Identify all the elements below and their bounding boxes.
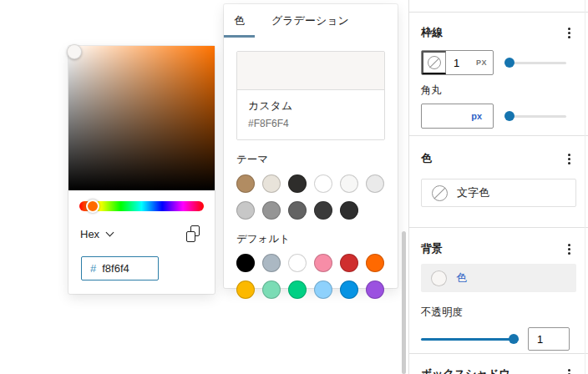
tab-color[interactable]: 色 — [224, 4, 255, 38]
color-swatch[interactable] — [366, 174, 384, 193]
hue-slider[interactable] — [79, 201, 204, 211]
border-title: 枠線 — [421, 25, 443, 40]
color-swatch[interactable] — [366, 280, 384, 299]
block-settings-sidebar: 枠線 PX 角丸 px — [408, 0, 588, 374]
section-background: 背景 色 不透明度 — [409, 228, 588, 354]
swatch-row — [236, 174, 385, 193]
hex-prefix: # — [90, 262, 96, 275]
radius-label: 角丸 — [421, 83, 576, 98]
hue-slider-handle[interactable] — [86, 200, 99, 213]
color-format-select[interactable]: Hex — [80, 228, 99, 240]
color-swatch[interactable] — [314, 174, 332, 193]
color-swatch[interactable] — [288, 280, 307, 299]
saturation-brightness-area[interactable] — [68, 46, 215, 190]
color-swatch[interactable] — [236, 280, 255, 299]
border-color-button[interactable] — [422, 51, 446, 74]
radius-input[interactable]: px — [421, 104, 494, 129]
theme-palette-label: テーマ — [236, 153, 385, 167]
no-color-icon — [432, 185, 448, 201]
opacity-row — [421, 327, 576, 351]
swatch-row — [236, 201, 385, 220]
color-swatch[interactable] — [236, 174, 255, 193]
copy-color-button[interactable] — [185, 225, 201, 242]
color-swatch[interactable] — [340, 280, 358, 299]
background-heading-row: 背景 — [421, 241, 576, 256]
color-title: 色 — [421, 151, 432, 166]
default-palette-label: デフォルト — [236, 232, 385, 246]
border-width-row: PX — [421, 50, 576, 75]
background-options-kebab-icon[interactable] — [561, 241, 576, 256]
color-format-row: Hex — [80, 225, 201, 242]
custom-color-swatch[interactable] — [237, 52, 384, 90]
border-width-unit-select[interactable]: PX — [476, 58, 487, 67]
custom-color-label: カスタム — [248, 99, 373, 114]
box-shadow-heading-row: ボックスシャドウ — [421, 366, 576, 374]
color-panel-tabs: 色 グラデーション — [224, 4, 398, 38]
no-color-icon — [428, 56, 441, 69]
custom-color-picker-popover: Hex # — [68, 46, 215, 294]
slider-thumb[interactable] — [504, 58, 514, 68]
swatch-row — [236, 280, 385, 299]
custom-color-value: #F8F6F4 — [248, 118, 373, 129]
radius-unit-select[interactable]: px — [471, 111, 482, 121]
slider-track-filled — [421, 338, 519, 341]
section-border: 枠線 PX 角丸 px — [409, 13, 588, 136]
background-title: 背景 — [421, 241, 443, 256]
color-swatch[interactable] — [366, 254, 384, 272]
color-swatch[interactable] — [288, 201, 307, 220]
swatch-row — [236, 254, 385, 272]
color-swatch[interactable] — [340, 201, 358, 220]
background-color-swatch — [431, 270, 447, 286]
color-heading-row: 色 — [421, 151, 576, 166]
box-shadow-title: ボックスシャドウ — [421, 366, 509, 374]
color-swatch[interactable] — [288, 254, 307, 272]
opacity-slider[interactable] — [421, 334, 519, 344]
color-swatch[interactable] — [314, 254, 332, 272]
color-swatch[interactable] — [314, 280, 332, 299]
color-swatch[interactable] — [262, 201, 281, 220]
sidebar-top-divider — [409, 0, 588, 13]
color-swatch[interactable] — [236, 254, 255, 272]
border-width-control: PX — [421, 50, 494, 75]
slider-thumb[interactable] — [509, 334, 519, 344]
box-shadow-options-kebab-icon[interactable] — [561, 366, 576, 374]
border-options-kebab-icon[interactable] — [561, 25, 576, 40]
opacity-input[interactable] — [528, 327, 570, 351]
chevron-down-icon[interactable] — [106, 228, 114, 236]
section-color: 色 文字色 — [409, 136, 588, 228]
border-width-slider[interactable] — [504, 58, 566, 68]
color-swatch[interactable] — [288, 174, 307, 193]
canvas-scrollbar-thumb[interactable] — [402, 231, 406, 374]
color-swatch[interactable] — [340, 174, 358, 193]
color-swatch[interactable] — [262, 174, 281, 193]
background-color-button[interactable]: 色 — [421, 264, 576, 292]
color-swatch[interactable] — [236, 201, 255, 220]
window-edge-line — [585, 0, 585, 374]
color-panel-popover: 色 グラデーション カスタム #F8F6F4 テーマ デフォルト — [224, 4, 398, 288]
tab-color-label: 色 — [234, 13, 245, 28]
border-width-input[interactable] — [446, 57, 469, 69]
hex-input-field[interactable]: # — [81, 256, 159, 280]
copy-icon — [186, 231, 195, 242]
tab-gradient[interactable]: グラデーション — [261, 4, 359, 38]
active-tab-underline — [224, 35, 255, 38]
background-color-label: 色 — [456, 270, 467, 286]
color-panel-body: カスタム #F8F6F4 テーマ デフォルト — [224, 51, 398, 299]
tab-gradient-label: グラデーション — [271, 13, 349, 28]
color-swatch[interactable] — [340, 254, 358, 272]
color-swatch[interactable] — [262, 254, 281, 272]
saturation-handle[interactable] — [67, 44, 82, 59]
custom-color-card[interactable]: カスタム #F8F6F4 — [236, 51, 385, 140]
text-color-label: 文字色 — [457, 185, 489, 200]
hex-input[interactable] — [102, 262, 148, 275]
theme-palette — [236, 174, 385, 220]
radius-row: px — [421, 104, 576, 129]
custom-color-info: カスタム #F8F6F4 — [237, 90, 384, 139]
text-color-button[interactable]: 文字色 — [421, 179, 576, 207]
color-options-kebab-icon[interactable] — [561, 151, 576, 166]
color-swatch[interactable] — [314, 201, 332, 220]
slider-thumb[interactable] — [504, 111, 514, 121]
color-swatch[interactable] — [262, 280, 281, 299]
radius-slider[interactable] — [504, 111, 566, 121]
section-box-shadow: ボックスシャドウ — [409, 354, 588, 374]
